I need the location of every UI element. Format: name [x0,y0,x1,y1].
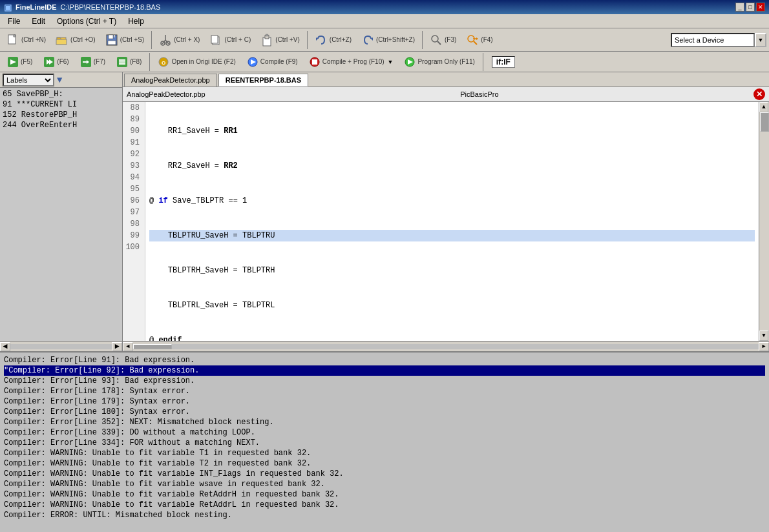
tab-bar: AnalogPeakDetector.pbp REENTERPBP-18.BAS [123,72,769,87]
output-line: Compiler: Error[Line 91]: Bad expression… [4,355,765,365]
new-label: (Ctrl +N) [21,36,46,43]
labels-dropdown[interactable]: Labels Functions Variables [3,74,54,87]
menubar: File Edit Options (Ctrl + T) Help [0,14,769,28]
code-line: TBLPTRH_SaveH = TBLPTRH [149,265,755,276]
hscroll-thumb[interactable] [133,344,172,349]
save-icon [105,34,118,46]
toolbar2-sep-1 [149,53,150,71]
output-content: Compiler: Error[Line 91]: Bad expression… [0,353,769,532]
find-button[interactable]: (F3) [426,31,460,49]
redo-button[interactable]: (Ctrl+Shift+Z) [357,31,419,49]
program-only-button[interactable]: Program Only (F11) [399,54,479,70]
vscroll-thumb[interactable] [760,112,769,132]
svg-rect-16 [211,36,218,43]
line-numbers: 88 89 90 91 92 93 94 95 96 97 98 99 100 [123,102,145,341]
svg-line-23 [437,41,441,45]
toolbar-sep-1 [151,31,152,49]
editor-vscrollbar[interactable]: ▲ ▼ [759,102,769,341]
program-only-label: Program Only (F11) [417,58,474,65]
menu-edit[interactable]: Edit [26,15,50,27]
menu-options[interactable]: Options (Ctrl + T) [52,15,121,27]
output-line: Compiler: WARNING: Unable to fit variabl… [4,458,765,469]
line-number: 96 [123,195,142,207]
svg-rect-7 [109,35,113,39]
origi-label: Open in Origi IDE (F2) [171,58,235,65]
compile-prog-button[interactable]: Compile + Prog (F10) ▼ [304,54,398,70]
main-area: Labels Functions Variables ▼ 65 SavePBP_… [0,72,769,351]
left-panel-hscrollbar[interactable]: ◄ ► [0,341,122,351]
f6-button[interactable]: (F6) [39,54,73,70]
findnext-button[interactable]: (F4) [462,31,496,49]
compile-button[interactable]: Compile (F9) [242,54,302,70]
undo-button[interactable]: (Ctrl+Z) [311,31,355,49]
f5-button[interactable]: (F5) [3,54,37,70]
f7-icon [80,56,92,68]
paste-button[interactable]: (Ctrl +V) [257,31,304,49]
toolbar2: (F5) (F6) (F7) (F8) O Open in Origi IDE … [0,52,769,72]
list-item[interactable]: 244 OverReEnterH [1,120,121,130]
hscroll-track [133,344,759,349]
line-number: 94 [123,172,142,183]
list-item[interactable]: 152 RestorePBP_H [1,110,121,120]
f7-button[interactable]: (F7) [76,54,110,70]
close-button[interactable]: ✕ [756,3,765,12]
hscroll-right-btn[interactable]: ► [759,342,769,351]
device-dropdown-button[interactable]: ▼ [755,33,766,47]
tab-reenterpbp[interactable]: REENTERPBP-18.BAS [218,74,308,87]
copy-button[interactable]: (Ctrl + C) [205,31,255,49]
editor-close-button[interactable]: ✕ [753,88,765,100]
cut-label: (Ctrl + X) [174,36,200,43]
titlebar-left: ▣ FineLineIDE C:\PBP\REENTERPBP-18.BAS [4,3,160,12]
line-number: 98 [123,218,142,230]
undo-label: (Ctrl+Z) [330,36,352,43]
list-item[interactable]: 65 SavePBP_H: [1,89,121,99]
save-button[interactable]: (Ctrl +S) [101,31,149,49]
line-number: 92 [123,148,142,160]
new-icon [6,34,19,46]
app-title: FineLineIDE [16,3,57,11]
hscroll-left-btn[interactable]: ◄ [123,342,133,351]
menu-file[interactable]: File [3,15,25,27]
code-line: @ endif [149,334,755,341]
code-line: @ if Save_TBLPTR == 1 [149,195,755,207]
editor-area: 88 89 90 91 92 93 94 95 96 97 98 99 100 … [123,102,769,341]
right-panel: AnalogPeakDetector.pbp REENTERPBP-18.BAS… [123,72,769,351]
vscroll-down-btn[interactable]: ▼ [759,331,768,341]
cut-button[interactable]: (Ctrl + X) [155,31,204,49]
paste-label: (Ctrl +V) [275,36,300,43]
device-input[interactable] [671,33,755,47]
line-number: 97 [123,207,142,218]
code-editor[interactable]: RR1_SaveH = RR1 RR2_SaveH = RR2 @ if Sav… [145,102,759,341]
left-scroll-left-btn[interactable]: ◄ [0,342,10,351]
open-button[interactable]: (Ctrl +O) [52,31,100,49]
output-line: Compiler: Error[Line 352]: NEXT: Mismatc… [4,417,765,427]
output-line: Compiler: Error[Line 178]: Syntax error. [4,386,765,396]
output-line: Compiler: WARNING: Unable to fit variabl… [4,500,765,510]
svg-point-22 [432,36,438,42]
origi-button[interactable]: O Open in Origi IDE (F2) [153,54,240,70]
left-panel: Labels Functions Variables ▼ 65 SavePBP_… [0,72,123,351]
compile-prog-icon [309,56,321,68]
editor-hscrollbar[interactable]: ◄ ► [123,341,769,351]
menu-help[interactable]: Help [123,15,149,27]
copy-icon [209,34,222,46]
f5-icon [7,56,19,68]
left-scroll-right-btn[interactable]: ► [112,342,122,351]
f5-label: (F5) [21,58,32,65]
undo-icon [315,34,328,46]
new-button[interactable]: (Ctrl +N) [3,31,50,49]
labels-filter-icon[interactable]: ▼ [57,75,62,85]
list-item[interactable]: 91 ***CURRENT LI [1,99,121,110]
f8-button[interactable]: (F8) [112,54,146,70]
maximize-button[interactable]: □ [746,3,755,12]
vscroll-up-btn[interactable]: ▲ [759,102,768,112]
line-number: 100 [123,241,142,253]
findnext-icon [466,34,479,46]
vscroll-track [759,112,769,331]
copy-label: (Ctrl + C) [224,36,251,43]
tab-analogpeak[interactable]: AnalogPeakDetector.pbp [124,74,217,87]
minimize-button[interactable]: _ [735,3,744,12]
line-number: 95 [123,183,142,195]
output-line: Compiler: Error[Line 93]: Bad expression… [4,376,765,386]
editor-header: AnalogPeakDetector.pbp PicBasicPro ✕ [123,87,769,102]
